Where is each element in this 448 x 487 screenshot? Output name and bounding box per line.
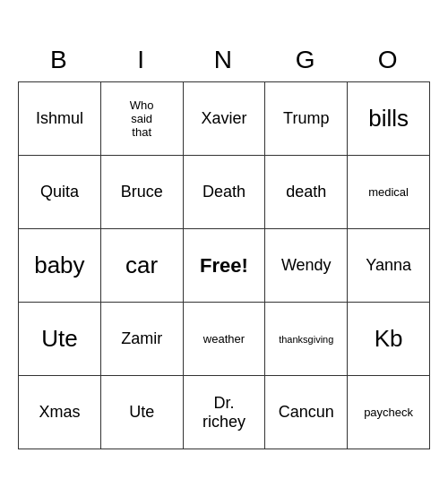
bingo-cell[interactable]: paycheck <box>348 376 430 449</box>
bingo-cell[interactable]: Quita <box>19 156 101 229</box>
bingo-cell[interactable]: thanksgiving <box>265 303 348 376</box>
bingo-header-letter: B <box>19 38 101 82</box>
bingo-row: QuitaBruceDeathdeathmedical <box>19 156 430 229</box>
bingo-cell[interactable]: Kb <box>348 303 430 376</box>
bingo-cell[interactable]: Bruce <box>100 156 183 229</box>
bingo-header-letter: I <box>100 38 183 82</box>
bingo-card: BINGO IshmulWhosaidthatXavierTrumpbillsQ… <box>18 38 430 450</box>
bingo-cell[interactable]: Free! <box>183 229 265 303</box>
bingo-cell[interactable]: Dr.richey <box>183 376 265 449</box>
bingo-cell[interactable]: Xavier <box>183 82 265 156</box>
bingo-cell[interactable]: Ute <box>19 303 101 376</box>
bingo-cell[interactable]: Ishmul <box>19 82 101 156</box>
bingo-header-letter: N <box>183 38 265 82</box>
bingo-cell[interactable]: Death <box>183 156 265 229</box>
bingo-cell[interactable]: Zamir <box>100 303 183 376</box>
bingo-cell[interactable]: death <box>265 156 348 229</box>
bingo-row: XmasUteDr.richeyCancunpaycheck <box>19 376 430 449</box>
bingo-cell[interactable]: car <box>100 229 183 303</box>
bingo-cell[interactable]: Yanna <box>348 229 430 303</box>
bingo-cell[interactable]: Cancun <box>265 376 348 449</box>
bingo-header-letter: G <box>265 38 348 82</box>
bingo-cell[interactable]: Ute <box>100 376 183 449</box>
bingo-row: UteZamirweatherthanksgivingKb <box>19 303 430 376</box>
bingo-row: babycarFree!WendyYanna <box>19 229 430 303</box>
bingo-cell[interactable]: Trump <box>265 82 348 156</box>
bingo-cell[interactable]: medical <box>348 156 430 229</box>
bingo-cell[interactable]: Whosaidthat <box>100 82 183 156</box>
bingo-cell[interactable]: weather <box>183 303 265 376</box>
bingo-cell[interactable]: Wendy <box>265 229 348 303</box>
bingo-cell[interactable]: Xmas <box>19 376 101 449</box>
bingo-row: IshmulWhosaidthatXavierTrumpbills <box>19 82 430 156</box>
bingo-cell[interactable]: baby <box>19 229 101 303</box>
bingo-header-letter: O <box>348 38 430 82</box>
bingo-cell[interactable]: bills <box>348 82 430 156</box>
